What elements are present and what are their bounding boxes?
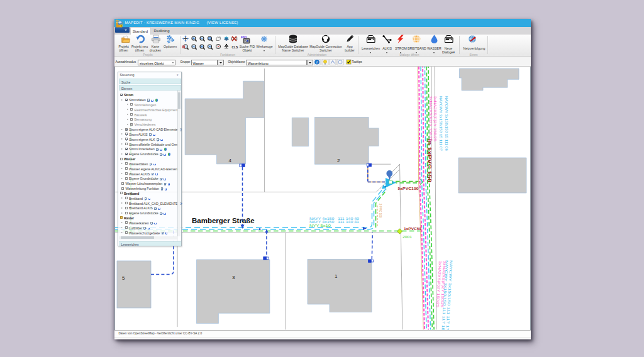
svg-text:5: 5 (122, 275, 125, 281)
svg-text:4: 4 (229, 158, 232, 163)
svg-text:3: 3 (232, 275, 235, 280)
svg-text:1: 1 (335, 273, 338, 279)
svg-text:1xPVC50: 1xPVC50 (404, 227, 422, 231)
svg-text:2001: 2001 (402, 235, 412, 239)
svg-text:2 PVC 100: 2 PVC 100 (379, 204, 382, 218)
svg-text:in 1xPVC 150: in 1xPVC 150 (426, 139, 433, 182)
svg-text:NAYCWY 3x150/150 15 111 06: NAYCWY 3x150/150 15 111 06 (445, 96, 448, 151)
svg-text:b: b (120, 23, 122, 27)
svg-text:CLS: CLS (232, 46, 238, 49)
svg-text:NAYCWY 3x150/150 15 111 07: NAYCWY 3x150/150 15 111 07 (439, 96, 443, 151)
svg-text:NYY 5x10: NYY 5x10 (309, 224, 331, 228)
svg-text:Bamberger Straße: Bamberger Straße (192, 217, 255, 224)
svg-text:3xNA2XS(F)2Y 150/25: 3xNA2XS(F)2Y 150/25 (433, 96, 437, 141)
svg-text:2: 2 (337, 158, 340, 163)
svg-text:3xNA2XS(F)2Y 150/25: 3xNA2XS(F)2Y 150/25 (429, 96, 433, 141)
svg-text:5xPVC100: 5xPVC100 (398, 187, 419, 190)
